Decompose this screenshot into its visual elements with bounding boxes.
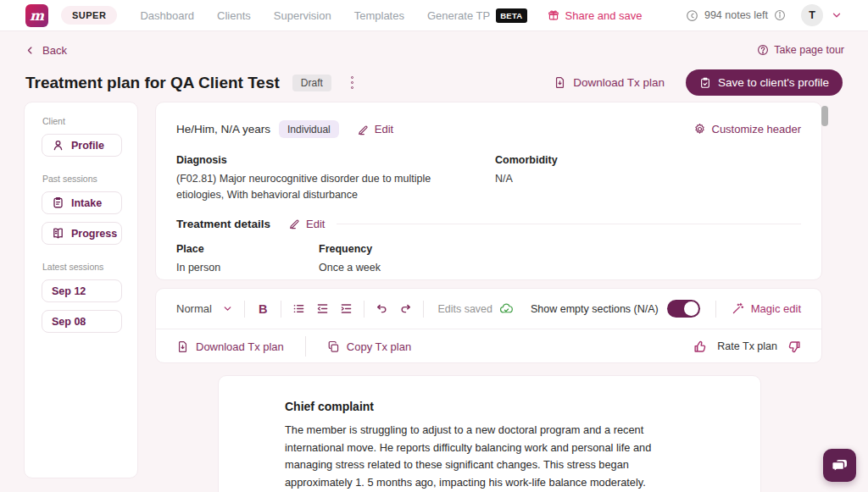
sidebar-item-progress-label: Progress <box>71 228 117 240</box>
account-menu-chevron-icon[interactable] <box>831 9 843 21</box>
rate-tx-plan-label: Rate Tx plan <box>717 340 777 352</box>
download-tx-plan-header-label: Download Tx plan <box>573 76 665 89</box>
section-heading-chief-complaint: Chief complaint <box>285 400 697 413</box>
take-page-tour-label: Take page tour <box>774 44 844 56</box>
clipboard-icon <box>52 196 64 209</box>
text-style-dropdown[interactable]: Normal <box>176 302 233 315</box>
session-type-badge: Individual <box>279 120 339 138</box>
magic-edit-label: Magic edit <box>751 302 801 315</box>
question-circle-icon <box>757 44 769 56</box>
save-to-client-profile-button[interactable]: Save to client's profile <box>686 69 843 96</box>
divider <box>281 301 281 318</box>
bold-button[interactable]: B <box>256 302 270 316</box>
place-value: In person <box>176 260 319 276</box>
share-and-save-link[interactable]: Share and save <box>548 9 643 22</box>
place-block: Place In person <box>176 243 319 276</box>
nav-generate-tp[interactable]: Generate TP BETA <box>427 8 527 23</box>
sidebar-item-intake[interactable]: Intake <box>42 191 122 214</box>
comorbidity-value: N/A <box>495 171 558 187</box>
sidebar-session-sep-08-label: Sep 08 <box>52 316 86 328</box>
edit-header-link[interactable]: Edit <box>358 123 393 135</box>
download-tx-plan-label: Download Tx plan <box>196 340 284 353</box>
undo-icon[interactable] <box>376 302 388 315</box>
sidebar-item-profile[interactable]: Profile <box>42 134 122 157</box>
take-page-tour-link[interactable]: Take page tour <box>757 44 844 56</box>
edit-treatment-details-link[interactable]: Edit <box>289 218 325 230</box>
download-file-icon <box>554 76 566 89</box>
nav-dashboard[interactable]: Dashboard <box>140 9 194 22</box>
top-navigation-bar: m SUPER Dashboard Clients Supervision Te… <box>0 0 868 31</box>
nav-clients[interactable]: Clients <box>217 9 251 22</box>
outdent-icon[interactable] <box>316 302 329 315</box>
sidebar-session-sep-12[interactable]: Sep 12 <box>42 279 122 302</box>
nav-templates[interactable]: Templates <box>354 9 404 22</box>
credits-icon <box>686 9 698 22</box>
redo-icon[interactable] <box>399 302 412 315</box>
editor-toolbar-row: Normal B <box>156 289 821 329</box>
sidebar-item-progress[interactable]: Progress <box>42 222 122 245</box>
treatment-details-title: Treatment details <box>176 218 270 230</box>
edits-saved-label: Edits saved <box>437 303 492 315</box>
customize-header-link[interactable]: Customize header <box>693 123 802 135</box>
back-link[interactable]: Back <box>25 44 67 57</box>
diagnosis-value: (F02.81) Major neurocognitive disorder d… <box>176 171 470 203</box>
sidebar-item-profile-label: Profile <box>71 140 104 152</box>
place-label: Place <box>176 243 319 255</box>
scrollbar-thumb[interactable] <box>821 106 828 126</box>
show-empty-sections-toggle[interactable] <box>667 300 700 318</box>
nav-supervision[interactable]: Supervision <box>274 9 331 22</box>
section-body-chief-complaint: The member is struggling to adjust to a … <box>285 422 697 492</box>
sidebar-session-sep-12-label: Sep 12 <box>52 285 86 297</box>
status-badge: Draft <box>292 75 331 91</box>
rate-tx-plan-group: Rate Tx plan <box>693 340 801 354</box>
comorbidity-label: Comorbidity <box>495 154 558 166</box>
customize-header-label: Customize header <box>712 123 802 135</box>
thumbs-up-icon[interactable] <box>693 340 708 354</box>
main-nav: Dashboard Clients Supervision Templates … <box>140 8 526 23</box>
edit-treatment-details-label: Edit <box>306 218 325 230</box>
download-tx-plan-button[interactable]: Download Tx plan <box>176 340 284 353</box>
treatment-plan-document[interactable]: Chief complaint The member is struggling… <box>218 375 761 492</box>
nav-generate-tp-label[interactable]: Generate TP <box>427 9 490 22</box>
app-logo[interactable]: m <box>25 4 48 27</box>
client-header-card: He/Him, N/A years Individual Edit Custom… <box>155 102 822 280</box>
past-sessions-label: Past sessions <box>42 174 120 184</box>
gift-icon <box>548 9 559 21</box>
chat-widget-button[interactable] <box>823 449 856 482</box>
chevron-left-icon <box>25 46 35 55</box>
divider <box>364 301 364 318</box>
download-tx-plan-header-link[interactable]: Download Tx plan <box>554 76 665 89</box>
treatment-details-header: Treatment details Edit <box>176 218 801 230</box>
user-avatar[interactable]: T <box>801 4 823 26</box>
share-and-save-label: Share and save <box>565 9 643 22</box>
magic-edit-button[interactable]: Magic edit <box>732 302 801 315</box>
frequency-block: Frequency Once a week <box>319 243 461 276</box>
thumbs-down-icon[interactable] <box>787 340 801 354</box>
kebab-menu-icon[interactable] <box>348 74 357 92</box>
super-plan-badge: SUPER <box>61 6 117 25</box>
edit-header-label: Edit <box>375 123 393 135</box>
chat-bubbles-icon <box>831 456 849 475</box>
cloud-check-icon <box>499 301 514 316</box>
indent-icon[interactable] <box>340 302 353 315</box>
bullet-list-icon[interactable] <box>292 302 305 315</box>
sidebar-session-sep-08[interactable]: Sep 08 <box>42 310 122 333</box>
page-title-row: Treatment plan for QA Client Test Draft … <box>25 69 843 96</box>
copy-tx-plan-button[interactable]: Copy Tx plan <box>327 340 411 353</box>
notes-left-counter: 994 notes left <box>704 9 768 21</box>
client-section-label: Client <box>42 116 120 126</box>
pencil-icon <box>358 124 370 135</box>
session-sidebar: Client Profile Past sessions Intake <box>24 102 138 478</box>
show-empty-sections-label: Show empty sections (N/A) <box>531 303 659 315</box>
sidebar-item-intake-label: Intake <box>71 197 102 209</box>
latest-sessions-label: Latest sessions <box>42 262 120 272</box>
person-icon <box>52 139 64 152</box>
magic-wand-icon <box>732 302 744 315</box>
edits-saved-status: Edits saved <box>437 301 514 316</box>
text-style-value: Normal <box>176 302 212 315</box>
info-icon[interactable] <box>774 9 786 21</box>
chevron-down-icon <box>222 303 233 314</box>
client-demographics-row: He/Him, N/A years Individual Edit Custom… <box>176 120 801 138</box>
divider <box>423 301 424 318</box>
diagnosis-row: Diagnosis (F02.81) Major neurocognitive … <box>176 154 801 203</box>
